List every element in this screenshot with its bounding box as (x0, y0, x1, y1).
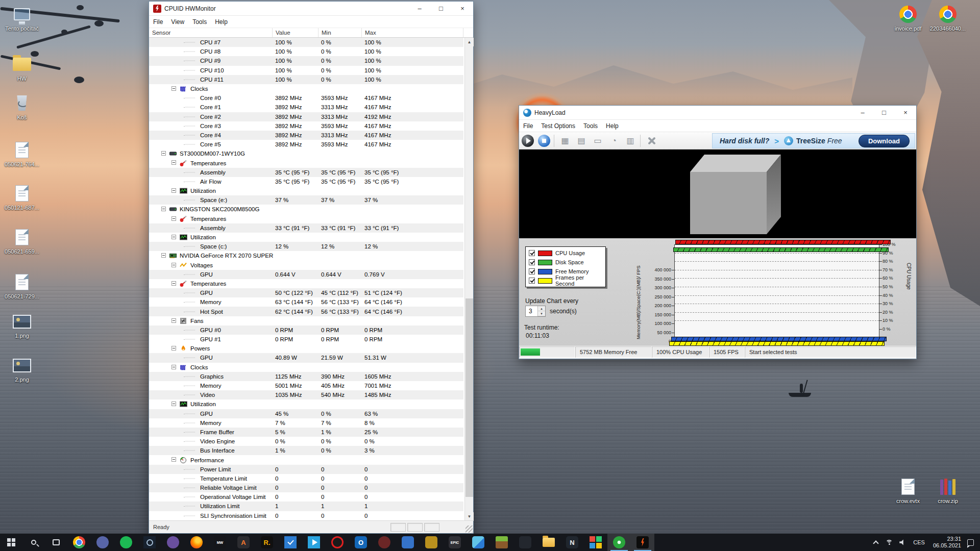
collapse-toggle[interactable] (172, 263, 176, 267)
menu-item-help[interactable]: Help (211, 18, 232, 26)
desktop-icon-crow-zip[interactable]: crow.zip (929, 477, 967, 504)
sensor-row-core-4[interactable]: Core #43892 MHz3313 MHz4167 MHz (149, 131, 463, 140)
spinner-down-arrow[interactable]: ▼ (538, 311, 545, 316)
combined-test-icon[interactable]: ▥ (623, 134, 638, 148)
taskbar-app-steam[interactable] (138, 534, 161, 551)
collapse-toggle[interactable] (172, 216, 176, 221)
taskbar-app-visual-studio[interactable] (396, 534, 420, 551)
collapse-toggle[interactable] (172, 318, 176, 323)
collapse-toggle[interactable] (172, 235, 176, 239)
sensor-row-bus-interface[interactable]: Bus Interface1 %0 %3 % (149, 446, 463, 455)
collapse-toggle[interactable] (172, 86, 176, 91)
collapse-toggle[interactable] (172, 188, 176, 193)
taskbar-app-file-explorer[interactable] (537, 534, 560, 551)
sensor-row-cpu-8[interactable]: CPU #8100 %0 %100 % (149, 47, 463, 56)
collapse-toggle[interactable] (172, 281, 176, 286)
settings-icon[interactable] (644, 134, 659, 148)
download-button[interactable]: Download (859, 135, 910, 147)
taskbar-app-outlook[interactable]: O (349, 534, 373, 551)
sensor-row-temperatures[interactable]: Temperatures (149, 279, 463, 288)
hwmonitor-titlebar[interactable]: CPUID HWMonitor – □ × (149, 2, 473, 16)
taskbar-app-opera-gx[interactable] (326, 534, 349, 551)
sensor-row-cpu-10[interactable]: CPU #10100 %0 %100 % (149, 66, 463, 75)
desktop-icon-invoice-pdf[interactable]: invoice.pdf (889, 4, 927, 32)
collapse-toggle[interactable] (161, 207, 166, 211)
sensor-row-powers[interactable]: Powers (149, 344, 463, 353)
taskbar-app-hwmonitor[interactable] (631, 534, 654, 551)
sensor-row-core-0[interactable]: Core #03892 MHz3593 MHz4167 MHz (149, 93, 463, 103)
taskbar-app-rockstar-games[interactable]: R. (255, 534, 279, 551)
sensor-row-fans[interactable]: Fans (149, 316, 463, 325)
search-icon[interactable] (22, 534, 45, 551)
sensor-row-voltages[interactable]: Voltages (149, 261, 463, 270)
sensor-row-core-3[interactable]: Core #33892 MHz3593 MHz4167 MHz (149, 121, 463, 131)
stress-gpu-icon[interactable]: ◔ (606, 134, 622, 148)
sensor-row-st3000dm007-1wy10g[interactable]: ST3000DM007-1WY10G (149, 149, 463, 158)
taskbar-app-epic-games[interactable]: EPIC (443, 534, 467, 551)
sensor-row-space-e[interactable]: Space (e:)37 %37 %37 % (149, 195, 463, 205)
legend-checkbox-disk-space[interactable] (529, 259, 535, 265)
desktop-icon-050621-764[interactable]: 050621-764... (3, 140, 41, 167)
sensor-row-clocks[interactable]: Clocks (149, 363, 463, 372)
scroll-thumb[interactable] (465, 298, 473, 496)
menu-item-file[interactable]: File (519, 122, 537, 130)
taskbar-app-jdownloader[interactable] (420, 534, 443, 551)
action-center-icon[interactable] (967, 539, 974, 546)
language-indicator[interactable]: CES (909, 539, 929, 545)
sensor-row-gpu[interactable]: GPU45 %0 %63 % (149, 409, 463, 418)
desktop-icon-hw[interactable]: HW (3, 54, 41, 82)
sensor-row-power-limit[interactable]: Power Limit000 (149, 465, 463, 474)
collapse-toggle[interactable] (172, 365, 176, 369)
sensor-row-core-2[interactable]: Core #23892 MHz3313 MHz4192 MHz (149, 112, 463, 121)
taskbar-app-medal[interactable]: MW (208, 534, 232, 551)
sensor-row-gpu[interactable]: GPU40.89 W21.59 W51.31 W (149, 353, 463, 362)
sensor-row-video-engine[interactable]: Video Engine0 %0 %0 % (149, 437, 463, 446)
sensor-row-video[interactable]: Video1035 MHz540 MHz1485 MHz (149, 390, 463, 399)
task-view-icon[interactable] (45, 534, 67, 551)
collapse-toggle[interactable] (172, 346, 176, 350)
taskbar-app-microsoft-store[interactable] (584, 534, 607, 551)
scrollbar[interactable]: ▲ ▼ (464, 38, 473, 521)
sensor-row-temperatures[interactable]: Temperatures (149, 214, 463, 223)
maximize-button[interactable]: □ (873, 106, 895, 119)
scroll-down-arrow[interactable]: ▼ (465, 512, 474, 521)
sensor-row-air-flow[interactable]: Air Flow35 °C (95 °F)35 °C (95 °F)35 °C … (149, 177, 463, 186)
desktop-icon-tento-po-ta[interactable]: Tento počítač (3, 4, 41, 32)
menu-item-tools[interactable]: Tools (579, 122, 602, 130)
sensor-row-memory[interactable]: Memory63 °C (144 °F)56 °C (133 °F)64 °C … (149, 297, 463, 307)
sensor-row-memory[interactable]: Memory7 %7 %8 % (149, 418, 463, 428)
menu-item-help[interactable]: Help (602, 122, 623, 130)
collapse-toggle[interactable] (161, 253, 166, 258)
allocate-memory-icon[interactable]: ▭ (590, 134, 605, 148)
sensor-row-gpu[interactable]: GPU50 °C (122 °F)45 °C (112 °F)51 °C (12… (149, 288, 463, 297)
minimize-button[interactable]: – (409, 2, 430, 15)
legend-checkbox-free-memory[interactable] (529, 268, 535, 274)
taskbar-app-minecraft[interactable] (490, 534, 513, 551)
sensor-row-utilization[interactable]: Utilization (149, 233, 463, 242)
legend-checkbox-frames-per-second[interactable] (529, 278, 535, 284)
sensor-row-cpu-11[interactable]: CPU #11100 %0 %100 % (149, 75, 463, 84)
sensor-row-core-5[interactable]: Core #53892 MHz3593 MHz4167 MHz (149, 140, 463, 149)
taskbar-app-firefox[interactable] (185, 534, 208, 551)
sensor-row-assembly[interactable]: Assembly33 °C (91 °F)33 °C (91 °F)33 °C … (149, 223, 463, 233)
scroll-up-arrow[interactable]: ▲ (465, 38, 474, 46)
collapse-toggle[interactable] (161, 151, 166, 156)
sensor-row-performance[interactable]: Performance (149, 455, 463, 464)
stress-cpu-icon[interactable]: ▦ (557, 134, 573, 148)
sensor-row-space-c[interactable]: Space (c:)12 %12 %12 % (149, 242, 463, 251)
taskbar-app-gog-galaxy[interactable] (161, 534, 185, 551)
menu-item-file[interactable]: File (149, 18, 167, 26)
sensor-row-assembly[interactable]: Assembly35 °C (95 °F)35 °C (95 °F)35 °C … (149, 168, 463, 177)
collapse-toggle[interactable] (172, 457, 176, 462)
desktop-icon-2-png[interactable]: 2.png (3, 355, 41, 383)
spinner-value[interactable]: 3 (526, 306, 537, 316)
column-header-sensor[interactable]: Sensor (149, 28, 273, 37)
sensor-row-operational-voltage-limit[interactable]: Operational Voltage Limit000 (149, 492, 463, 502)
desktop-icon-1-png[interactable]: 1.png (3, 311, 41, 339)
stop-icon[interactable] (536, 134, 552, 148)
sensor-row-reliable-voltage-limit[interactable]: Reliable Voltage Limit000 (149, 483, 463, 492)
column-header-min[interactable]: Min (318, 28, 362, 37)
tray-chevron-up-icon[interactable] (869, 540, 883, 545)
close-button[interactable]: × (895, 106, 916, 119)
sensor-row-utilization-limit[interactable]: Utilization Limit111 (149, 502, 463, 511)
